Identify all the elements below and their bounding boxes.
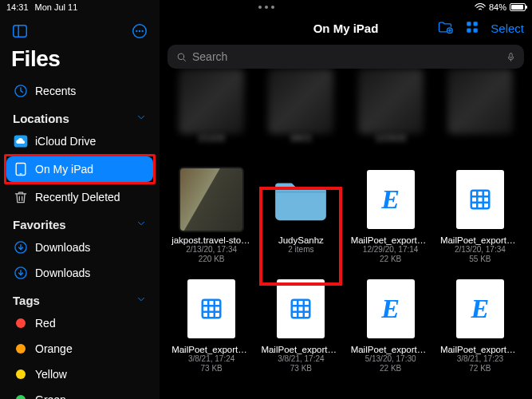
- download-icon: [13, 265, 29, 281]
- file-meta: 2 items: [288, 245, 313, 255]
- file-meta: 3/8/21, 17:24: [278, 354, 324, 365]
- sidebar-item-label: Downloads: [35, 267, 90, 279]
- file-item[interactable]: EMailPoet_export_1fqfiv…iv48f12/29/20, 1…: [350, 167, 432, 265]
- svg-rect-18: [510, 53, 512, 57]
- sidebar-item-label: Downloads: [35, 241, 90, 254]
- file-name: MailPoet_export_4aymn…r0ocg: [351, 345, 431, 354]
- svg-point-4: [140, 31, 140, 32]
- sidebar-item-label: Yellow: [35, 368, 67, 381]
- ipad-icon: [13, 161, 29, 177]
- icloud-icon: [13, 133, 29, 149]
- status-bar: 14:31 Mon Jul 11 84%: [0, 0, 532, 14]
- file-name: jakpost.travel-stone-i…53335: [171, 235, 251, 245]
- file-name: JudySanhz: [278, 235, 324, 245]
- file-thumbnail: [447, 167, 513, 232]
- clock-icon: [13, 83, 29, 99]
- file-name: MailPoet_export_491ch…rpks4: [440, 345, 520, 354]
- file-meta: 2/13/20, 17:34: [186, 245, 237, 255]
- chevron-down-icon: [136, 112, 147, 125]
- svg-rect-19: [471, 190, 490, 208]
- file-item[interactable]: EMailPoet_export_4aymn…r0ocg5/13/20, 17:…: [350, 276, 432, 374]
- sidebar-item-label: iCloud Drive: [35, 135, 96, 148]
- mic-icon[interactable]: [506, 50, 516, 64]
- file-size: 72 KB: [469, 364, 491, 374]
- file-item-blurred[interactable]: 2/13/20: [171, 69, 252, 144]
- file-item-blurred[interactable]: 3/8/21: [260, 69, 341, 144]
- section-tags[interactable]: Tags: [6, 286, 153, 310]
- file-thumbnail: E: [358, 167, 424, 232]
- wifi-icon: [475, 3, 486, 11]
- svg-rect-0: [14, 26, 27, 38]
- sidebar-item-downloads[interactable]: Downloads: [6, 260, 153, 286]
- more-options-icon[interactable]: [131, 22, 148, 40]
- download-icon: [13, 239, 29, 255]
- file-size: 22 KB: [380, 364, 401, 374]
- section-title: Locations: [13, 112, 69, 125]
- file-item[interactable]: MailPoet_export_3ymh…804w03/8/21, 17:247…: [260, 276, 341, 374]
- sidebar-item-label: Recently Deleted: [35, 191, 120, 203]
- file-item[interactable]: MailPoet_export_2di9j…pw4g02/13/20, 17:3…: [439, 167, 521, 265]
- file-item-blurred[interactable]: 12/29/20: [350, 69, 432, 144]
- tag-dot-icon: [13, 341, 29, 357]
- file-thumbnail: [268, 167, 333, 232]
- sidebar-item-recents[interactable]: Recents: [6, 78, 153, 104]
- file-name: MailPoet_export_3ymh…804w0: [261, 345, 341, 354]
- file-size: 73 KB: [201, 364, 223, 374]
- sidebar-tag-orange[interactable]: Orange: [6, 336, 153, 361]
- svg-point-17: [178, 53, 184, 60]
- file-name: MailPoet_export_3ddli…80wu0: [171, 345, 251, 354]
- trash-icon: [13, 189, 29, 205]
- svg-point-5: [142, 31, 143, 32]
- sidebar-item-label: Recents: [35, 85, 76, 97]
- sidebar-toggle-icon[interactable]: [11, 22, 29, 40]
- folder-item[interactable]: JudySanhz2 items: [260, 167, 341, 265]
- file-meta: 3/8/21, 17:23: [457, 354, 503, 365]
- search-icon: [175, 51, 187, 63]
- sidebar-tag-yellow[interactable]: Yellow: [6, 361, 153, 387]
- file-name: MailPoet_export_1fqfiv…iv48f: [351, 235, 431, 245]
- svg-rect-20: [203, 299, 221, 318]
- sidebar-item-icloud-drive[interactable]: iCloud Drive: [6, 128, 153, 154]
- status-date: Mon Jul 11: [35, 2, 78, 12]
- section-title: Tags: [13, 294, 40, 307]
- chevron-down-icon: [136, 294, 147, 307]
- file-item-blurred[interactable]: [439, 69, 521, 144]
- search-input[interactable]: [192, 50, 506, 63]
- page-title: On My iPad: [160, 22, 532, 35]
- svg-point-3: [136, 31, 137, 32]
- sidebar-item-label: Orange: [35, 342, 73, 355]
- tag-dot-icon: [13, 392, 29, 399]
- main-pane: On My iPad Select 2/13/203/8/2112/29/20 …: [160, 0, 532, 399]
- annotation-highlight-on-my-ipad: On My iPad: [4, 154, 156, 184]
- sidebar-item-label: Green: [35, 393, 66, 399]
- file-meta: 2/13/20, 17:34: [455, 245, 506, 255]
- file-thumbnail: E: [358, 276, 424, 342]
- file-item[interactable]: MailPoet_export_3ddli…80wu03/8/21, 17:24…: [171, 276, 252, 374]
- sidebar-item-on-my-ipad[interactable]: On My iPad: [6, 156, 153, 182]
- sidebar-item-downloads[interactable]: Downloads: [6, 235, 153, 260]
- section-favorites[interactable]: Favorites: [6, 210, 153, 235]
- svg-rect-21: [292, 299, 310, 318]
- file-name: MailPoet_export_2di9j…pw4g0: [440, 235, 520, 245]
- battery-percent: 84%: [489, 2, 506, 12]
- sidebar-tag-red[interactable]: Red: [6, 310, 153, 336]
- chevron-down-icon: [136, 218, 147, 231]
- file-size: 55 KB: [469, 255, 491, 265]
- file-size: 73 KB: [290, 364, 312, 374]
- file-thumbnail: [268, 276, 333, 342]
- battery-icon: [510, 3, 526, 11]
- sidebar-item-label: Red: [35, 317, 56, 330]
- file-size: 22 KB: [380, 255, 401, 265]
- search-bar[interactable]: [167, 45, 524, 69]
- sidebar-tag-green[interactable]: Green: [6, 387, 153, 399]
- file-thumbnail: [179, 276, 244, 342]
- file-item[interactable]: jakpost.travel-stone-i…533352/13/20, 17:…: [171, 167, 252, 265]
- section-locations[interactable]: Locations: [6, 104, 153, 128]
- sidebar: Files Recents Locations iCloud Drive On …: [0, 0, 160, 399]
- file-meta: 12/29/20, 17:14: [363, 245, 419, 255]
- tag-dot-icon: [13, 366, 29, 382]
- sidebar-item-label: On My iPad: [35, 163, 93, 176]
- file-item[interactable]: EMailPoet_export_491ch…rpks43/8/21, 17:2…: [439, 276, 521, 374]
- multitask-handle-icon[interactable]: [258, 6, 274, 9]
- sidebar-item-recently-deleted[interactable]: Recently Deleted: [6, 184, 153, 210]
